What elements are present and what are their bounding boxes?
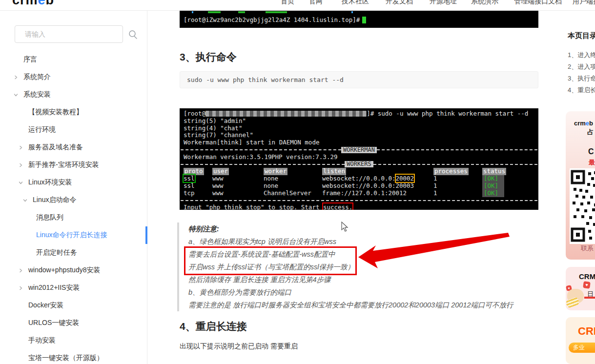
terminal-line: string(5) "admin" <box>180 118 538 125</box>
chevron-icon[interactable] <box>18 180 23 185</box>
sidebar: 序言 系统简介 系统安装 【视频安装教程】 运行环境 服务器及域名准备 新手推荐… <box>0 11 147 364</box>
heart-badge-icon: ♥ <box>583 281 591 289</box>
sidebar-item-label: 宝塔一键安装（开源版） <box>28 354 103 363</box>
sidebar-item-label: 消息队列 <box>36 213 63 222</box>
terminal-fragment <box>351 11 353 13</box>
red-annotation-box: success. <box>323 203 352 210</box>
crmeb-logo[interactable]: crmeb <box>12 0 54 8</box>
terminal-fragment <box>238 11 245 13</box>
ad-title: CRM <box>579 272 595 281</box>
sidebar-item-label: 服务器及域名准备 <box>28 143 83 152</box>
search-input[interactable] <box>15 26 123 42</box>
yellow-annotation-box: 20002 <box>396 175 414 182</box>
sidebar-item[interactable]: win2012+IIS安装 <box>0 279 147 297</box>
sidebar-item-label: 序言 <box>23 55 37 64</box>
nav-item[interactable]: 管理端接口文档 <box>514 0 562 6</box>
terminal-line: string(7) "channel" <box>180 132 538 139</box>
promo-banner-2[interactable]: CRM ♥ ♥ 日 <box>566 267 595 310</box>
nav-item[interactable]: 官网 <box>309 0 323 6</box>
paragraph: 出现以下提示说明之前已启动 需要重启 <box>180 342 298 351</box>
nav-item[interactable]: 开源地址 <box>430 0 457 6</box>
sidebar-item-label: Docker安装 <box>28 301 63 310</box>
ad-pill-button[interactable]: 多业 <box>569 343 595 353</box>
sidebar-item[interactable]: Linux命令行开启长连接 <box>0 226 147 244</box>
sidebar-item[interactable]: 运行环境 <box>0 121 147 139</box>
version-line: Workerman version:3.5.19PHP version:7.3.… <box>180 154 538 161</box>
page-toc: 本页目录 1、进入终2、进入项3、执行命4、重启长 <box>568 31 595 40</box>
code-block: sudo -u www php think workerman start --… <box>180 71 538 88</box>
sidebar-item-label: URLOS一键安装 <box>28 319 79 327</box>
terminal-line: [root@]# sudo -u www php think workerman… <box>180 110 538 118</box>
chevron-icon[interactable] <box>18 162 23 168</box>
ad-text-fragment: 最 <box>589 158 595 167</box>
sidebar-item-label: Linux启动命令 <box>33 196 76 204</box>
sidebar-item[interactable]: 系统简介 <box>0 68 147 86</box>
section-heading-3: 3、执行命令 <box>180 50 237 64</box>
chevron-icon[interactable] <box>22 198 28 203</box>
nav-item[interactable]: 首页 <box>281 0 294 6</box>
censored-hostname <box>205 111 367 117</box>
command-text: sudo -u www php think workerman start --… <box>187 76 344 83</box>
sidebar-item[interactable]: 序言 <box>0 51 147 68</box>
workerman-banner: WORKERMAN <box>180 146 538 154</box>
sidebar-item[interactable]: Linux启动命令 <box>0 191 147 209</box>
page: crmeb 首页官网技术社区开发文档开源地址系统演示管理端接口文档用户端接口文档… <box>0 0 595 364</box>
terminal-line: string(4) "chat" <box>180 125 538 132</box>
sidebar-item-label: Linux命令行开启长连接 <box>36 231 107 240</box>
sidebar-item-label: 开启定时任务 <box>36 248 77 257</box>
toc-item[interactable]: 3、执行命 <box>568 74 595 83</box>
terminal-fragment <box>266 11 287 13</box>
promo-banner-1[interactable]: crmeb 占 C 最 <box>566 111 595 260</box>
terminal-screenshot-1: [root@iZwz9anc2b2vgbjjg2l2a4Z 1404.liusl… <box>180 11 538 28</box>
note-line: 需要注意的是 放行端口时服务器安全组和宝塔安全中都需要放行20002和20003… <box>188 299 519 311</box>
toc-item[interactable]: 4、重启长 <box>568 86 595 95</box>
sidebar-item[interactable]: 服务器及域名准备 <box>0 139 147 156</box>
worker-row: ssl www none websocket://0.0.0.0:20003 1… <box>180 182 538 190</box>
sidebar-item-label: 手动安装 <box>28 336 56 345</box>
nav-item[interactable]: 系统演示 <box>471 0 498 6</box>
status-ok: [OK] <box>482 175 504 182</box>
chevron-icon[interactable] <box>18 285 23 291</box>
sidebar-item-label: Linux环境安装 <box>28 178 72 187</box>
nav-item[interactable]: 用户端接口文档 <box>573 0 595 6</box>
terminal-line: Workerman[think] start in DAEMON mode <box>180 139 538 146</box>
ad-contact-text: 联系 <box>581 244 594 253</box>
chevron-icon[interactable] <box>18 145 23 150</box>
sidebar-item-label: 运行环境 <box>28 125 56 134</box>
sidebar-item[interactable]: 消息队列 <box>0 209 147 226</box>
red-underline <box>584 297 595 299</box>
toc-item[interactable]: 1、进入终 <box>568 51 595 60</box>
sidebar-item[interactable]: 新手推荐-宝塔环境安装 <box>0 156 147 174</box>
green-annotation-box: ssl <box>184 175 195 182</box>
sidebar-item-label: window+phpstudy8安装 <box>28 266 100 275</box>
sidebar-item[interactable]: Docker安装 <box>0 297 147 314</box>
sidebar-item[interactable]: 宝塔一键安装（开源版） <box>0 349 147 364</box>
qr-code <box>570 168 595 244</box>
crmeb-logo-small: crmeb <box>574 120 593 127</box>
toc-item[interactable]: 2、进入项 <box>568 62 595 71</box>
search-icon[interactable] <box>128 29 139 40</box>
sidebar-item[interactable]: 开启定时任务 <box>0 244 147 262</box>
active-item-indicator <box>145 226 147 244</box>
sidebar-item[interactable]: window+phpstudy8安装 <box>0 262 147 279</box>
nav-item[interactable]: 开发文档 <box>386 0 413 6</box>
ad-title: CRM <box>578 325 595 338</box>
sidebar-item[interactable]: URLOS一键安装 <box>0 314 147 332</box>
worker-row: ssl www none websocket://0.0.0.0:20002 1… <box>180 175 538 182</box>
chevron-icon[interactable] <box>18 268 23 273</box>
workers-banner: WORKERS <box>180 161 538 168</box>
sidebar-item[interactable]: 【视频安装教程】 <box>0 103 147 121</box>
table-header-row: protouserworkerlistenprocessesstatus <box>180 168 538 175</box>
sidebar-item[interactable]: Linux环境安装 <box>0 174 147 191</box>
ad-text-fragment: C <box>588 147 594 156</box>
search-box[interactable] <box>15 25 123 43</box>
top-header: crmeb 首页官网技术社区开发文档开源地址系统演示管理端接口文档用户端接口文档 <box>0 0 595 11</box>
nav-item[interactable]: 技术社区 <box>342 0 369 6</box>
sidebar-item-label: 【视频安装教程】 <box>28 108 83 117</box>
sidebar-item[interactable]: 手动安装 <box>0 332 147 349</box>
chevron-icon[interactable] <box>13 75 19 80</box>
promo-banner-3[interactable]: CRM 多业 <box>566 317 595 364</box>
sidebar-item[interactable]: 系统安装 <box>0 86 147 103</box>
ad-text-fragment: 占 <box>587 128 594 137</box>
chevron-icon[interactable] <box>13 92 19 98</box>
